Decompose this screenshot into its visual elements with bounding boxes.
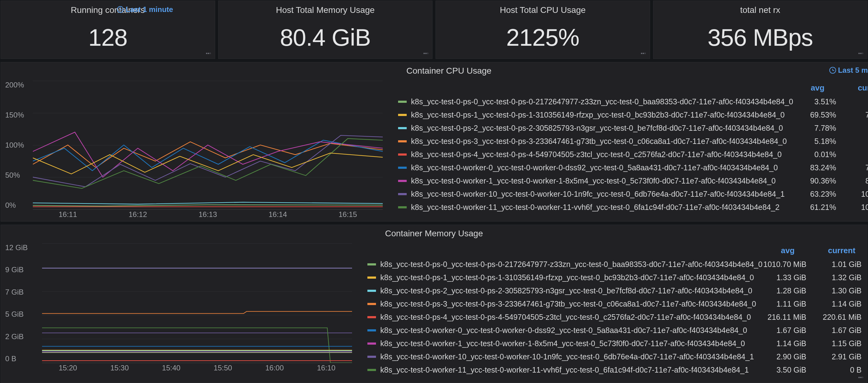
stat-memory-usage[interactable]: Host Total Memory Usage 80.4 GiB ▪▪▫: [218, 1, 433, 59]
mem-row: Container Memory Usage 12 GiB9 GiB7 GiB5…: [1, 225, 867, 383]
col-avg[interactable]: avg: [778, 83, 825, 93]
col-current[interactable]: current: [809, 246, 856, 255]
stat-title: total net rx: [740, 5, 780, 15]
drilldown-icon[interactable]: ▪▪▫: [858, 375, 863, 380]
legend-row[interactable]: k8s_ycc-test-0-ps-1_ycc-test-0-ps-1-3103…: [398, 108, 868, 122]
legend-row[interactable]: k8s_ycc-test-0-worker-0_ycc-test-0-worke…: [398, 161, 868, 174]
avg-value: 1.67 GiB: [763, 324, 809, 337]
col-current[interactable]: current: [839, 83, 868, 93]
series-name: k8s_ycc-test-0-worker-10_ycc-test-0-work…: [411, 188, 793, 201]
axis-tick: 16:12: [129, 210, 147, 219]
stat-cpu-usage[interactable]: Host Total CPU Usage 2125% ▪▪▫: [436, 1, 650, 59]
series-name: k8s_ycc-test-0-worker-1_ycc-test-0-worke…: [380, 337, 763, 350]
axis-tick: 200%: [5, 81, 24, 89]
container-mem-panel[interactable]: Container Memory Usage 12 GiB9 GiB7 GiB5…: [1, 225, 867, 383]
axis-tick: 16:00: [265, 364, 284, 372]
current-value: 1.67 GiB: [809, 324, 862, 337]
current-value: 2.91 GiB: [809, 350, 862, 363]
legend-row[interactable]: k8s_ycc-test-0-ps-2_ycc-test-0-ps-2-3058…: [398, 122, 868, 135]
legend-row[interactable]: k8s_ycc-test-0-worker-1_ycc-test-0-worke…: [398, 174, 868, 188]
axis-tick: 16:15: [339, 210, 357, 219]
legend-row[interactable]: k8s_ycc-test-0-worker-1_ycc-test-0-worke…: [367, 337, 862, 350]
series-name: k8s_ycc-test-0-ps-1_ycc-test-0-ps-1-3103…: [380, 271, 763, 284]
x-axis: 15:2015:3015:4015:5016:0016:10: [42, 364, 352, 372]
series-name: k8s_ycc-test-0-worker-10_ycc-test-0-work…: [380, 350, 763, 363]
drilldown-icon[interactable]: ▪▪▫: [858, 51, 863, 56]
avg-value: 1010.70 MiB: [763, 258, 809, 271]
series-name: k8s_ycc-test-0-ps-3_ycc-test-0-ps-3-2336…: [411, 135, 793, 148]
legend-row[interactable]: k8s_ycc-test-0-ps-3_ycc-test-0-ps-3-2336…: [367, 297, 862, 311]
legend-row[interactable]: k8s_ycc-test-0-worker-0_ycc-test-0-worke…: [367, 324, 862, 337]
stat-net-rx[interactable]: total net rx 356 MBps ▪▪▫: [653, 1, 868, 59]
time-range[interactable]: Last 1 minute: [117, 5, 173, 14]
plot-area[interactable]: [33, 81, 383, 210]
legend-row[interactable]: k8s_ycc-test-0-worker-11_ycc-test-0-work…: [398, 201, 868, 214]
avg-value: 63.23%: [793, 188, 839, 201]
series-swatch: [398, 167, 407, 169]
drilldown-icon[interactable]: ▪▪▫: [423, 51, 429, 56]
avg-value: 216.11 MiB: [763, 311, 809, 324]
cpu-chart[interactable]: 200%150%100%50%0%: [5, 81, 383, 219]
axis-tick: 16:13: [198, 210, 217, 219]
series-swatch: [367, 329, 376, 331]
series-swatch: [367, 356, 376, 358]
current-value: 1.01 GiB: [809, 258, 862, 271]
col-avg[interactable]: avg: [749, 246, 795, 255]
container-cpu-panel[interactable]: Container CPU Usage Last 5 minutes 200%1…: [1, 62, 868, 222]
series-swatch: [398, 180, 407, 182]
time-range[interactable]: Last 5 minutes: [829, 66, 868, 74]
legend-row[interactable]: k8s_ycc-test-0-ps-0_ycc-test-0-ps-0-2172…: [367, 258, 862, 271]
current-value: 1.15 GiB: [809, 337, 862, 350]
series-swatch: [398, 206, 407, 209]
series-swatch: [367, 343, 376, 345]
legend-row[interactable]: k8s_ycc-test-0-worker-10_ycc-test-0-work…: [367, 350, 862, 363]
panel-title: Container Memory Usage: [1, 229, 867, 238]
series-name: k8s_ycc-test-0-ps-2_ycc-test-0-ps-2-3058…: [380, 284, 763, 297]
legend-row[interactable]: k8s_ycc-test-0-ps-3_ycc-test-0-ps-3-2336…: [398, 135, 868, 148]
axis-tick: 7 GiB: [5, 288, 24, 296]
legend-row[interactable]: k8s_ycc-test-0-ps-4_ycc-test-0-ps-4-5497…: [398, 148, 868, 161]
legend-row[interactable]: k8s_ycc-test-0-ps-1_ycc-test-0-ps-1-3103…: [367, 271, 862, 284]
panel-title: Container CPU Usage: [1, 66, 868, 76]
dashboard: Running containers Last 1 minute 128 ▪▪▫…: [0, 0, 868, 383]
series-swatch: [367, 316, 376, 318]
series-name: k8s_ycc-test-0-worker-11_ycc-test-0-work…: [411, 201, 793, 214]
cpu-row: Container CPU Usage Last 5 minutes 200%1…: [1, 62, 867, 222]
drilldown-icon[interactable]: ▪▪▫: [206, 51, 211, 56]
current-value: 89.17%: [839, 174, 868, 188]
clock-icon: [117, 6, 124, 13]
drilldown-icon[interactable]: ▪▪▫: [641, 51, 646, 56]
series-swatch: [398, 154, 407, 156]
current-value: 1.14 GiB: [809, 297, 862, 311]
stat-value: 356 MBps: [708, 24, 813, 52]
avg-value: 1.11 GiB: [763, 297, 809, 311]
axis-tick: 2 GiB: [5, 332, 24, 341]
avg-value: 61.21%: [793, 201, 839, 214]
legend-row[interactable]: k8s_ycc-test-0-ps-0_ycc-test-0-ps-0-2172…: [398, 95, 868, 108]
y-axis: 12 GiB9 GiB7 GiB5 GiB2 GiB0 B: [5, 243, 39, 363]
current-value: 76.42%: [839, 161, 868, 174]
legend-row[interactable]: k8s_ycc-test-0-worker-10_ycc-test-0-work…: [398, 188, 868, 201]
cpu-legend: avg current k8s_ycc-test-0-ps-0_ycc-test…: [398, 83, 868, 219]
axis-tick: 16:11: [59, 210, 77, 219]
avg-value: 83.24%: [793, 161, 839, 174]
axis-tick: 15:50: [214, 364, 232, 372]
current-value: 75.53%: [839, 108, 868, 122]
axis-tick: 100%: [5, 141, 24, 150]
axis-tick: 0 B: [5, 354, 16, 363]
mem-chart[interactable]: 12 GiB9 GiB7 GiB5 GiB2 GiB0 B: [5, 243, 352, 372]
legend-row[interactable]: k8s_ycc-test-0-ps-4_ycc-test-0-ps-4-5497…: [367, 311, 862, 324]
axis-tick: 50%: [5, 171, 20, 180]
stat-running-containers[interactable]: Running containers Last 1 minute 128 ▪▪▫: [1, 1, 215, 59]
series-name: k8s_ycc-test-0-ps-2_ycc-test-0-ps-2-3058…: [411, 122, 793, 135]
series-swatch: [367, 263, 376, 265]
stat-value: 80.4 GiB: [280, 24, 371, 52]
current-value: 109.47%: [839, 188, 868, 201]
legend-row[interactable]: k8s_ycc-test-0-worker-11_ycc-test-0-work…: [367, 363, 862, 377]
legend-row[interactable]: k8s_ycc-test-0-ps-2_ycc-test-0-ps-2-3058…: [367, 284, 862, 297]
axis-tick: 150%: [5, 111, 24, 119]
plot-area[interactable]: [42, 243, 352, 363]
avg-value: 1.14 GiB: [763, 337, 809, 350]
stat-title: Host Total Memory Usage: [276, 5, 375, 15]
avg-value: 90.36%: [793, 174, 839, 188]
